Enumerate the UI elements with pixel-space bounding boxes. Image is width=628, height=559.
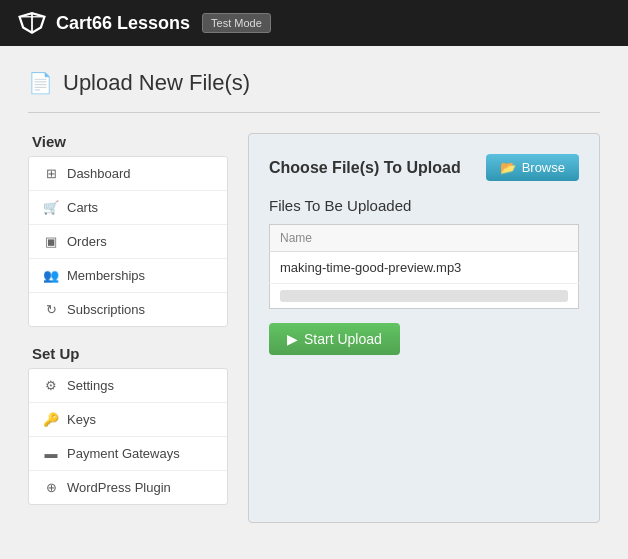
- sidebar-item-label: WordPress Plugin: [67, 480, 171, 495]
- page-heading: Upload New File(s): [63, 70, 250, 96]
- sidebar-item-payment-gateways[interactable]: ▬ Payment Gateways: [29, 437, 227, 471]
- keys-icon: 🔑: [43, 412, 59, 427]
- sidebar-item-orders[interactable]: ▣ Orders: [29, 225, 227, 259]
- table-col-name: Name: [270, 225, 579, 252]
- wordpress-icon: ⊕: [43, 480, 59, 495]
- subscriptions-icon: ↻: [43, 302, 59, 317]
- start-upload-label: Start Upload: [304, 331, 382, 347]
- orders-icon: ▣: [43, 234, 59, 249]
- sidebar-item-label: Keys: [67, 412, 96, 427]
- table-row: making-time-good-preview.mp3: [270, 252, 579, 284]
- dashboard-icon: ⊞: [43, 166, 59, 181]
- app-name: Cart66 Lessons: [56, 13, 190, 34]
- sidebar-item-label: Memberships: [67, 268, 145, 283]
- page-title: 📄 Upload New File(s): [28, 70, 600, 96]
- sidebar-item-label: Subscriptions: [67, 302, 145, 317]
- settings-icon: ⚙: [43, 378, 59, 393]
- sidebar-item-dashboard[interactable]: ⊞ Dashboard: [29, 157, 227, 191]
- sidebar-item-label: Carts: [67, 200, 98, 215]
- sidebar-item-label: Payment Gateways: [67, 446, 180, 461]
- carts-icon: 🛒: [43, 200, 59, 215]
- browse-button[interactable]: 📂 Browse: [486, 154, 579, 181]
- setup-section-title: Set Up: [32, 345, 228, 362]
- view-menu: ⊞ Dashboard 🛒 Carts ▣ Orders 👥 Membershi…: [28, 156, 228, 327]
- upload-header: Choose File(s) To Upload 📂 Browse: [269, 154, 579, 181]
- progress-cell: [270, 284, 579, 309]
- sidebar-item-settings[interactable]: ⚙ Settings: [29, 369, 227, 403]
- sidebar-item-carts[interactable]: 🛒 Carts: [29, 191, 227, 225]
- setup-menu: ⚙ Settings 🔑 Keys ▬ Payment Gateways ⊕ W…: [28, 368, 228, 505]
- upload-icon: 📄: [28, 71, 53, 95]
- sidebar: View ⊞ Dashboard 🛒 Carts ▣ Orders 👥 Memb…: [28, 133, 228, 523]
- progress-bar-container: [280, 290, 568, 302]
- file-name-cell: making-time-good-preview.mp3: [270, 252, 579, 284]
- choose-files-title: Choose File(s) To Upload: [269, 159, 461, 177]
- sidebar-item-label: Orders: [67, 234, 107, 249]
- page-content: 📄 Upload New File(s) View ⊞ Dashboard 🛒 …: [0, 46, 628, 559]
- payment-gateways-icon: ▬: [43, 446, 59, 461]
- files-table: Name making-time-good-preview.mp3: [269, 224, 579, 309]
- test-mode-badge: Test Mode: [202, 13, 271, 33]
- browse-label: Browse: [522, 160, 565, 175]
- sidebar-item-wordpress-plugin[interactable]: ⊕ WordPress Plugin: [29, 471, 227, 504]
- sidebar-item-keys[interactable]: 🔑 Keys: [29, 403, 227, 437]
- upload-panel: Choose File(s) To Upload 📂 Browse Files …: [248, 133, 600, 523]
- divider: [28, 112, 600, 113]
- sidebar-item-label: Settings: [67, 378, 114, 393]
- sidebar-item-label: Dashboard: [67, 166, 131, 181]
- files-to-upload-title: Files To Be Uploaded: [269, 197, 579, 214]
- start-upload-icon: ▶: [287, 331, 298, 347]
- layout: View ⊞ Dashboard 🛒 Carts ▣ Orders 👥 Memb…: [28, 133, 600, 523]
- sidebar-item-subscriptions[interactable]: ↻ Subscriptions: [29, 293, 227, 326]
- memberships-icon: 👥: [43, 268, 59, 283]
- progress-row: [270, 284, 579, 309]
- logo-icon: [16, 9, 48, 37]
- top-bar: Cart66 Lessons Test Mode: [0, 0, 628, 46]
- browse-icon: 📂: [500, 160, 516, 175]
- view-section-title: View: [32, 133, 228, 150]
- sidebar-item-memberships[interactable]: 👥 Memberships: [29, 259, 227, 293]
- start-upload-button[interactable]: ▶ Start Upload: [269, 323, 400, 355]
- app-logo: Cart66 Lessons: [16, 9, 190, 37]
